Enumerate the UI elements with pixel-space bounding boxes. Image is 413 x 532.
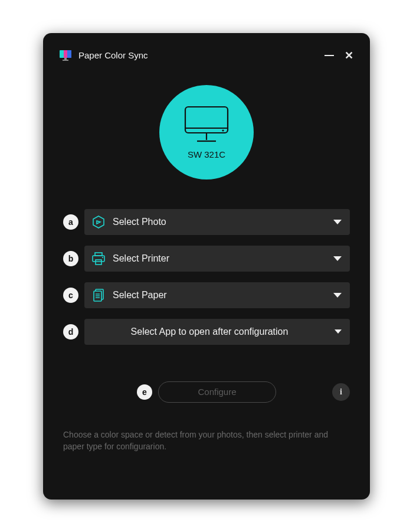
- monitor-model-label: SW 321C: [188, 149, 225, 159]
- svg-rect-11: [93, 256, 104, 262]
- window-controls: ✕: [324, 50, 353, 61]
- select-paper-dropdown[interactable]: Select Paper: [84, 282, 350, 308]
- chevron-down-icon: [335, 329, 342, 334]
- svg-rect-1: [64, 50, 67, 58]
- configure-button[interactable]: Configure: [158, 381, 276, 403]
- select-app-dropdown[interactable]: Select App to open after configuration: [84, 319, 350, 345]
- svg-rect-4: [63, 60, 68, 61]
- step-badge-b: b: [63, 251, 78, 266]
- select-printer-dropdown[interactable]: Select Printer: [84, 246, 350, 272]
- printer-icon: [90, 250, 107, 267]
- svg-point-7: [222, 129, 224, 131]
- window-title: Paper Color Sync: [78, 50, 148, 60]
- monitor-icon: [182, 105, 231, 146]
- photo-icon: [90, 214, 107, 230]
- minimize-button[interactable]: [324, 55, 334, 56]
- paper-icon: [90, 287, 107, 303]
- svg-rect-3: [64, 58, 67, 60]
- step-badge-d: d: [63, 324, 78, 340]
- step-select-printer-row: b Select Printer: [63, 246, 350, 272]
- select-printer-label: Select Printer: [113, 253, 169, 264]
- select-app-label: Select App to open after configuration: [90, 327, 329, 337]
- select-photo-label: Select Photo: [113, 217, 166, 227]
- chevron-down-icon: [333, 220, 342, 224]
- app-window: Paper Color Sync ✕ SW 321C a: [43, 33, 370, 500]
- steps-list: a Select Photo b: [60, 209, 353, 345]
- step-select-paper-row: c Select Paper: [63, 282, 350, 308]
- step-select-photo-row: a Select Photo: [63, 209, 350, 235]
- step-badge-e: e: [137, 384, 152, 400]
- svg-point-13: [102, 256, 103, 257]
- monitor-badge: SW 321C: [159, 85, 254, 179]
- svg-rect-2: [67, 50, 71, 58]
- step-select-app-row: d Select App to open after configuration: [63, 319, 350, 345]
- close-button[interactable]: ✕: [345, 50, 353, 61]
- configure-row: e Configure i: [60, 380, 353, 404]
- svg-rect-5: [185, 107, 228, 133]
- hint-text: Choose a color space or detect from your…: [60, 429, 353, 453]
- chevron-down-icon: [333, 256, 342, 261]
- titlebar: Paper Color Sync ✕: [60, 47, 353, 64]
- select-paper-label: Select Paper: [113, 290, 167, 301]
- chevron-down-icon: [333, 293, 342, 298]
- step-badge-a: a: [63, 214, 78, 230]
- step-badge-c: c: [63, 288, 78, 303]
- app-logo-icon: [60, 50, 73, 61]
- info-button[interactable]: i: [332, 383, 350, 401]
- select-photo-dropdown[interactable]: Select Photo: [84, 209, 350, 235]
- svg-rect-12: [96, 260, 101, 265]
